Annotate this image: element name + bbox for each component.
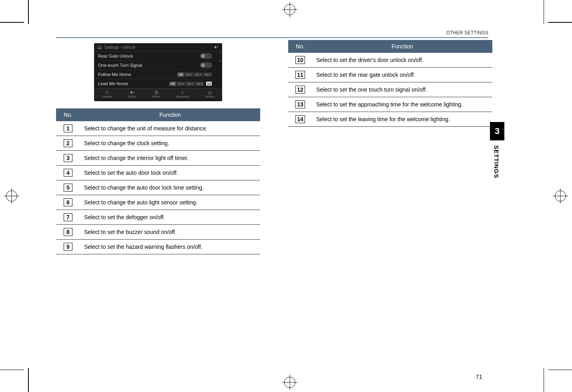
table-row: 14Select to set the leaving time for the… bbox=[288, 112, 492, 127]
table-row: 13Select to set the approaching time for… bbox=[288, 97, 492, 112]
table-row: 4Select to set the auto door lock on/off… bbox=[56, 166, 260, 180]
registration-mark-icon bbox=[6, 190, 17, 202]
bottom-tab-label: Vehicle bbox=[205, 95, 215, 98]
segment-control[interactable]: Off30 S60 S90 S bbox=[169, 82, 204, 86]
mute-icon bbox=[213, 45, 219, 50]
crop-mark bbox=[544, 0, 544, 24]
table-row: 1Select to change the unit of measure fo… bbox=[56, 121, 260, 136]
svg-point-7 bbox=[211, 93, 211, 94]
table-row: 8Select to set the buzzer sound on/off. bbox=[56, 225, 260, 240]
row-number: 2 bbox=[64, 139, 72, 147]
bottom-tab-navigation[interactable]: Navigation bbox=[176, 90, 189, 98]
settings-row: One-touch Turn Signal bbox=[94, 61, 216, 70]
table-header-function: Function bbox=[80, 108, 260, 121]
row-number: 6 bbox=[64, 198, 72, 206]
row-function-text: Select to change the unit of measure for… bbox=[80, 121, 260, 136]
callout-number: 14 bbox=[206, 81, 212, 86]
registration-mark-icon bbox=[555, 190, 566, 202]
settings-row-label: Follow Me Home bbox=[98, 72, 131, 77]
toggle-switch[interactable] bbox=[200, 62, 212, 68]
table-row: 10Select to set the driver's door unlock… bbox=[288, 53, 492, 68]
row-function-text: Select to set the defogger on/off. bbox=[80, 210, 260, 225]
row-function-text: Select to set the rear gate unlock on/of… bbox=[312, 68, 492, 82]
table-row: 11Select to set the rear gate unlock on/… bbox=[288, 68, 492, 82]
table-row: 9Select to set the hazard warning flashe… bbox=[56, 240, 260, 254]
row-function-text: Select to change the interior light off … bbox=[80, 151, 260, 166]
row-function-text: Select to set the hazard warning flasher… bbox=[80, 240, 260, 254]
settings-row-label: One-touch Turn Signal bbox=[98, 63, 142, 68]
bottom-tab-sound[interactable]: Sound bbox=[128, 90, 136, 98]
table-row: 7Select to set the defogger on/off. bbox=[56, 210, 260, 225]
settings-row: Lead Me HomeOff30 S60 S90 S14 bbox=[94, 79, 216, 88]
settings-row-label: Rear Gate Unlock bbox=[98, 54, 133, 58]
settings-screenshot: Settings › Vehicle Rear Gate UnlockOne-t… bbox=[94, 43, 222, 101]
table-row: 5Select to change the auto door lock tim… bbox=[56, 180, 260, 195]
row-number: 3 bbox=[64, 154, 72, 162]
chevron-up-icon: ⌃ bbox=[219, 52, 222, 57]
svg-point-5 bbox=[182, 91, 183, 92]
row-number: 8 bbox=[64, 228, 72, 236]
svg-point-2 bbox=[106, 92, 108, 93]
settings-row: Follow Me HomeOff30 S60 S90 S bbox=[94, 70, 216, 79]
row-number: 11 bbox=[295, 71, 305, 79]
bottom-tab-label: Navigation bbox=[176, 95, 189, 98]
page-header: OTHER SETTINGS bbox=[56, 30, 488, 38]
bottom-tab-label: Sound bbox=[128, 95, 136, 98]
row-function-text: Select to set the auto door lock on/off. bbox=[80, 166, 260, 180]
table-header-function: Function bbox=[312, 40, 492, 53]
row-number: 4 bbox=[64, 169, 72, 177]
row-number: 14 bbox=[295, 115, 305, 123]
row-number: 13 bbox=[295, 100, 305, 108]
crop-mark bbox=[548, 22, 572, 23]
page-number: 71 bbox=[476, 373, 482, 380]
function-table-right: No. Function 10Select to set the driver'… bbox=[288, 40, 492, 127]
row-number: 12 bbox=[295, 86, 305, 94]
row-number: 10 bbox=[295, 56, 305, 64]
row-number: 1 bbox=[64, 124, 72, 132]
table-row: 2Select to change the clock setting. bbox=[56, 136, 260, 151]
settings-row: Rear Gate Unlock bbox=[94, 52, 216, 61]
row-function-text: Select to set the driver's door unlock o… bbox=[312, 53, 492, 68]
segment-control[interactable]: Off30 S60 S90 S bbox=[177, 72, 212, 77]
row-function-text: Select to set the approaching time for t… bbox=[312, 97, 492, 112]
table-header-no: No. bbox=[288, 40, 312, 53]
row-function-text: Select to set the one touch turn signal … bbox=[312, 82, 492, 97]
bottom-tab-phone[interactable]: Phone bbox=[152, 90, 160, 98]
table-header-no: No. bbox=[56, 108, 80, 121]
row-function-text: Select to set the buzzer sound on/off. bbox=[80, 225, 260, 240]
home-icon bbox=[97, 45, 102, 50]
row-function-text: Select to change the auto light sensor s… bbox=[80, 195, 260, 210]
row-number: 7 bbox=[64, 213, 72, 221]
bottom-tab-general[interactable]: General bbox=[102, 90, 112, 98]
breadcrumb: Settings › Vehicle bbox=[104, 45, 135, 50]
function-table-left: No. Function 1Select to change the unit … bbox=[56, 108, 260, 254]
row-function-text: Select to set the leaving time for the w… bbox=[312, 112, 492, 127]
row-number: 5 bbox=[64, 184, 72, 192]
bottom-tab-label: General bbox=[102, 95, 112, 98]
crop-mark bbox=[0, 370, 24, 370]
row-function-text: Select to change the auto door lock time… bbox=[80, 180, 260, 195]
row-number: 9 bbox=[64, 243, 72, 251]
crop-mark bbox=[28, 0, 29, 24]
section-title: OTHER SETTINGS bbox=[446, 30, 488, 36]
table-row: 3Select to change the interior light off… bbox=[56, 151, 260, 166]
crop-mark bbox=[28, 368, 29, 392]
table-row: 6Select to change the auto light sensor … bbox=[56, 195, 260, 210]
chevron-down-icon: ⌄ bbox=[219, 58, 222, 63]
row-function-text: Select to change the clock setting. bbox=[80, 136, 260, 151]
toggle-switch[interactable] bbox=[200, 53, 212, 59]
svg-point-6 bbox=[209, 93, 209, 94]
scroll-chevrons[interactable]: ⌃⌄ bbox=[216, 52, 222, 88]
crop-mark bbox=[544, 368, 544, 392]
crop-mark bbox=[0, 22, 24, 23]
table-row: 12Select to set the one touch turn signa… bbox=[288, 82, 492, 97]
bottom-tab-vehicle[interactable]: Vehicle bbox=[205, 90, 215, 98]
crop-mark bbox=[548, 370, 572, 370]
settings-row-label: Lead Me Home bbox=[98, 81, 128, 86]
bottom-tab-label: Phone bbox=[152, 95, 160, 98]
